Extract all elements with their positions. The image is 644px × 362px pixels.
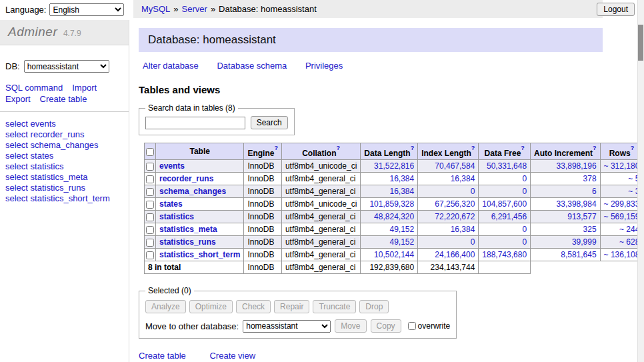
table-link[interactable]: states xyxy=(159,199,183,209)
row-checkbox[interactable] xyxy=(146,251,154,259)
table-link[interactable]: statistics_runs xyxy=(159,237,216,247)
collation-help-icon[interactable]: ? xyxy=(337,145,341,151)
row-checkbox[interactable] xyxy=(146,226,154,234)
rows-value[interactable]: ~ 299,833 xyxy=(604,199,640,209)
row-checkbox[interactable] xyxy=(146,201,154,209)
database-schema-link[interactable]: Database schema xyxy=(217,61,287,71)
data-length-value[interactable]: 16,384 xyxy=(389,187,414,196)
auto-increment-value[interactable]: 913,577 xyxy=(567,212,596,221)
rows-help-icon[interactable]: ? xyxy=(631,145,635,151)
data-free-value[interactable]: 188,743,680 xyxy=(482,250,527,259)
data-free-value[interactable]: 6,291,456 xyxy=(491,212,527,221)
row-checkbox[interactable] xyxy=(146,213,154,221)
db-select[interactable]: homeassistant xyxy=(24,60,109,73)
auto-increment-value[interactable]: 325 xyxy=(583,225,597,234)
language-select[interactable]: English xyxy=(49,3,124,16)
sidebar-item-select-statistics[interactable]: select statistics xyxy=(5,161,123,171)
create-view-link[interactable]: Create view xyxy=(209,351,255,361)
index-length-value[interactable]: 24,166,400 xyxy=(435,250,475,259)
data-length-help-icon[interactable]: ? xyxy=(411,145,415,151)
rows-value[interactable]: ~ 569,159 xyxy=(604,212,640,221)
privileges-link[interactable]: Privileges xyxy=(305,61,343,71)
data-free-value[interactable]: 0 xyxy=(522,174,527,183)
index-length-help-icon[interactable]: ? xyxy=(471,145,475,151)
repair-button[interactable]: Repair xyxy=(274,300,309,313)
data-free-value[interactable]: 0 xyxy=(522,237,527,247)
search-button[interactable]: Search xyxy=(251,116,288,129)
index-length-value[interactable]: 16,384 xyxy=(451,174,475,183)
data-length-value[interactable]: 101,859,328 xyxy=(369,199,414,209)
sidebar-item-select-schema-changes[interactable]: select schema_changes xyxy=(5,140,123,150)
rows-value[interactable]: ~ 244 xyxy=(619,225,639,234)
auto-increment-value[interactable]: 39,999 xyxy=(572,237,597,247)
scrollbar-thumb[interactable] xyxy=(638,25,643,61)
sidebar-item-select-recorder-runs[interactable]: select recorder_runs xyxy=(5,129,123,139)
table-link[interactable]: statistics_meta xyxy=(159,225,217,234)
index-length-value[interactable]: 67,256,320 xyxy=(435,199,475,209)
copy-button[interactable]: Copy xyxy=(371,319,401,333)
table-link[interactable]: recorder_runs xyxy=(159,174,213,183)
row-checkbox[interactable] xyxy=(146,188,154,196)
sidebar-item-select-statistics-meta[interactable]: select statistics_meta xyxy=(5,172,123,182)
breadcrumb-server-link[interactable]: Server xyxy=(182,4,207,14)
engine-help-icon[interactable]: ? xyxy=(274,145,278,151)
search-input[interactable] xyxy=(145,117,245,129)
row-checkbox[interactable] xyxy=(146,163,154,171)
sidebar-item-select-events[interactable]: select events xyxy=(5,119,123,129)
auto-increment-value[interactable]: 33,398,984 xyxy=(557,199,597,209)
move-button[interactable]: Move xyxy=(335,319,366,333)
index-length-value[interactable]: 16,384 xyxy=(451,225,475,234)
rows-value[interactable]: ~ 312,180 xyxy=(604,161,640,171)
data-length-value[interactable]: 48,824,320 xyxy=(374,212,414,221)
sidebar-item-select-statistics-runs[interactable]: select statistics_runs xyxy=(5,183,123,193)
analyze-button[interactable]: Analyze xyxy=(145,300,186,313)
optimize-button[interactable]: Optimize xyxy=(189,300,233,313)
rows-value[interactable]: ~ 136,108 xyxy=(604,250,640,259)
create-table-link[interactable]: Create table xyxy=(139,351,186,361)
index-length-value[interactable]: 0 xyxy=(471,187,475,196)
data-length-value[interactable]: 49,152 xyxy=(389,225,414,234)
sidebar-item-select-states[interactable]: select states xyxy=(5,151,123,161)
sidebar-item-select-statistics-short-term[interactable]: select statistics_short_term xyxy=(5,193,123,203)
select-all-checkbox[interactable] xyxy=(146,148,154,156)
data-free-value[interactable]: 0 xyxy=(522,225,527,234)
table-row-events: events InnoDB utf8mb4_unicode_ci 31,522,… xyxy=(145,160,644,173)
data-length-value[interactable]: 49,152 xyxy=(389,237,414,247)
export-link[interactable]: Export xyxy=(5,94,31,104)
data-free-value[interactable]: 50,331,648 xyxy=(487,161,527,171)
table-link[interactable]: statistics xyxy=(159,212,194,221)
table-link[interactable]: schema_changes xyxy=(159,187,226,196)
overwrite-checkbox[interactable] xyxy=(408,322,416,330)
auto-increment-value[interactable]: 6 xyxy=(592,187,597,196)
data-free-value[interactable]: 0 xyxy=(522,187,527,196)
auto-increment-value[interactable]: 33,898,196 xyxy=(557,161,597,171)
table-link[interactable]: statistics_short_term xyxy=(159,250,240,259)
data-length-value[interactable]: 31,522,816 xyxy=(374,161,414,171)
scrollbar-track[interactable] xyxy=(637,0,644,362)
row-checkbox[interactable] xyxy=(146,175,154,183)
sql-command-link[interactable]: SQL command xyxy=(5,83,63,93)
check-button[interactable]: Check xyxy=(236,300,271,313)
data-length-value[interactable]: 16,384 xyxy=(389,174,414,183)
truncate-button[interactable]: Truncate xyxy=(313,300,356,313)
logout-button[interactable]: Logout xyxy=(597,3,635,16)
auto-increment-value[interactable]: 378 xyxy=(583,174,597,183)
index-length-value[interactable]: 0 xyxy=(471,237,475,247)
data-free-help-icon[interactable]: ? xyxy=(521,145,525,151)
auto-increment-help-icon[interactable]: ? xyxy=(593,145,597,151)
alter-database-link[interactable]: Alter database xyxy=(143,61,199,71)
data-length-value[interactable]: 10,502,144 xyxy=(374,250,414,259)
auto-increment-value[interactable]: 8,581,645 xyxy=(561,250,596,259)
index-length-value[interactable]: 70,467,584 xyxy=(435,161,475,171)
move-label: Move to other database: xyxy=(145,321,239,331)
import-link[interactable]: Import xyxy=(72,83,97,93)
data-free-value[interactable]: 104,857,600 xyxy=(482,199,527,209)
move-database-select[interactable]: homeassistant xyxy=(243,320,331,333)
rows-value[interactable]: ~ 628 xyxy=(619,237,639,247)
drop-button[interactable]: Drop xyxy=(359,300,389,313)
create-table-link-sidebar[interactable]: Create table xyxy=(40,94,87,104)
breadcrumb-mysql-link[interactable]: MySQL xyxy=(141,4,170,14)
index-length-value[interactable]: 72,220,672 xyxy=(435,212,475,221)
row-checkbox[interactable] xyxy=(146,239,154,247)
table-link[interactable]: events xyxy=(159,161,185,171)
